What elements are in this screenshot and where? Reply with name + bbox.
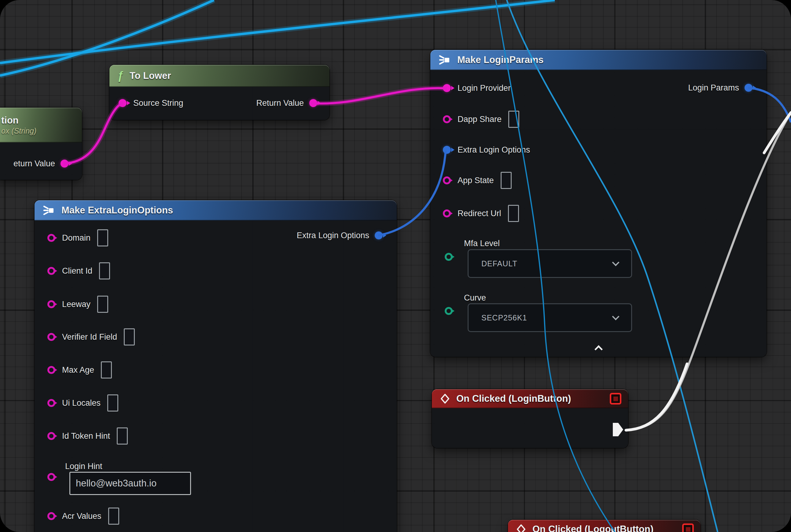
input-pin-string[interactable]	[47, 300, 55, 308]
pin-row-client-id: Client Id	[47, 261, 110, 281]
input-pin-struct[interactable]	[443, 146, 451, 154]
pin-row-source-string: Source String	[119, 93, 184, 113]
wire-exec-bright-far	[764, 113, 791, 153]
input-pin-string[interactable]	[47, 473, 55, 481]
bound-event-indicator-icon	[610, 393, 621, 404]
input-pin-enum[interactable]	[445, 253, 453, 261]
input-pin-string[interactable]	[47, 399, 55, 407]
function-icon: ƒ	[117, 70, 123, 82]
curve-label: Curve	[464, 293, 486, 303]
blueprint-graph-canvas[interactable]: tion ox (String) eturn Value ƒ To Lower …	[0, 0, 791, 532]
pin-row-dapp-share: Dapp Share	[443, 110, 519, 129]
mfa-level-value: DEFAULT	[481, 259, 518, 268]
node-melo-header: Make ExtraLoginOptions	[35, 200, 397, 221]
pin-row-redirect-url: Redirect Url	[443, 204, 519, 223]
max-age-field[interactable]	[101, 361, 112, 379]
chevron-down-icon	[612, 313, 619, 320]
node-title: To Lower	[130, 70, 171, 81]
node-subtitle: ox (String)	[1, 127, 36, 135]
node-mlp-header: Make LoginParams	[430, 50, 767, 70]
event-header: On Clicked (LoginButton)	[432, 389, 628, 408]
pin-row-max-age: Max Age	[47, 360, 112, 380]
event-diamond-icon	[440, 394, 450, 404]
event-diamond-icon	[516, 524, 526, 532]
pin-row-domain: Domain	[47, 228, 108, 248]
mfa-level-label: Mfa Level	[464, 239, 500, 248]
input-pin-string[interactable]	[47, 366, 55, 374]
verifier-id-field[interactable]	[124, 328, 135, 345]
collapse-pins-chevron-icon[interactable]	[594, 345, 603, 351]
mfa-level-dropdown[interactable]: DEFAULT	[468, 249, 632, 278]
curve-dropdown[interactable]: SECP256K1	[468, 303, 632, 332]
pin-row-verifier-id-field: Verifier Id Field	[47, 327, 135, 347]
redirect-url-field[interactable]	[508, 205, 519, 222]
pin-row-id-token-hint: Id Token Hint	[47, 426, 128, 446]
input-pin-string[interactable]	[47, 512, 55, 520]
pin-row-ui-locales: Ui Locales	[47, 393, 118, 413]
domain-field[interactable]	[97, 229, 108, 246]
leeway-field[interactable]	[97, 296, 108, 313]
node-title: tion	[1, 115, 19, 126]
node-title: On Clicked (LogoutButton)	[533, 524, 654, 532]
make-struct-icon	[42, 205, 55, 216]
node-make-extra-login-options[interactable]: Make ExtraLoginOptions Domain Client Id …	[35, 200, 397, 532]
pin-row-leeway: Leeway	[47, 294, 108, 314]
input-pin-string[interactable]	[47, 333, 55, 341]
node-to-lower[interactable]: ƒ To Lower Source String Return Value	[110, 65, 329, 120]
node-on-clicked-logout-button[interactable]: On Clicked (LogoutButton)	[508, 520, 700, 532]
node-title: Make ExtraLoginOptions	[61, 205, 173, 216]
input-pin-string[interactable]	[443, 176, 451, 184]
ui-locales-field[interactable]	[107, 394, 118, 412]
client-id-field[interactable]	[99, 262, 110, 280]
node-partial-function-header: tion ox (String)	[0, 108, 82, 142]
pin-row-extra-login-options-out: Extra Login Options	[297, 226, 383, 245]
input-pin-string[interactable]	[47, 432, 55, 440]
pin-row-extra-login-options-in: Extra Login Options	[443, 140, 530, 159]
chevron-down-icon	[612, 259, 619, 266]
node-on-clicked-login-button[interactable]: On Clicked (LoginButton)	[432, 389, 628, 448]
pin-row-login-params-out: Login Params	[688, 78, 752, 97]
node-to-lower-header: ƒ To Lower	[110, 65, 329, 87]
curve-value: SECP256K1	[481, 314, 527, 322]
event-header: On Clicked (LogoutButton)	[508, 520, 700, 532]
node-partial-function[interactable]: tion ox (String) eturn Value	[0, 108, 82, 180]
input-pin-string[interactable]	[47, 267, 55, 275]
pin-row-app-state: App State	[443, 171, 512, 190]
id-token-hint-field[interactable]	[117, 428, 128, 444]
login-hint-label: Login Hint	[65, 462, 102, 471]
pin-row-login-provider: Login Provider	[443, 78, 511, 98]
acr-values-field[interactable]	[108, 508, 119, 525]
input-pin-enum[interactable]	[445, 307, 453, 315]
pin-row-acr-values: Acr Values	[47, 506, 119, 526]
input-pin-string[interactable]	[47, 234, 55, 242]
input-pin-string[interactable]	[443, 209, 451, 217]
app-state-field[interactable]	[501, 172, 512, 189]
make-struct-icon	[438, 54, 451, 65]
exec-output-pin[interactable]	[613, 423, 623, 436]
pin-row-return-value: eturn Value	[14, 154, 69, 173]
wire-cyan-glow	[0, 0, 214, 76]
login-hint-input[interactable]	[70, 472, 191, 495]
node-make-login-params[interactable]: Make LoginParams Login Provider Dapp Sha…	[430, 50, 767, 357]
bound-event-indicator-icon	[682, 524, 694, 532]
input-pin-string[interactable]	[443, 115, 451, 123]
pin-row-return-value: Return Value	[256, 93, 317, 113]
